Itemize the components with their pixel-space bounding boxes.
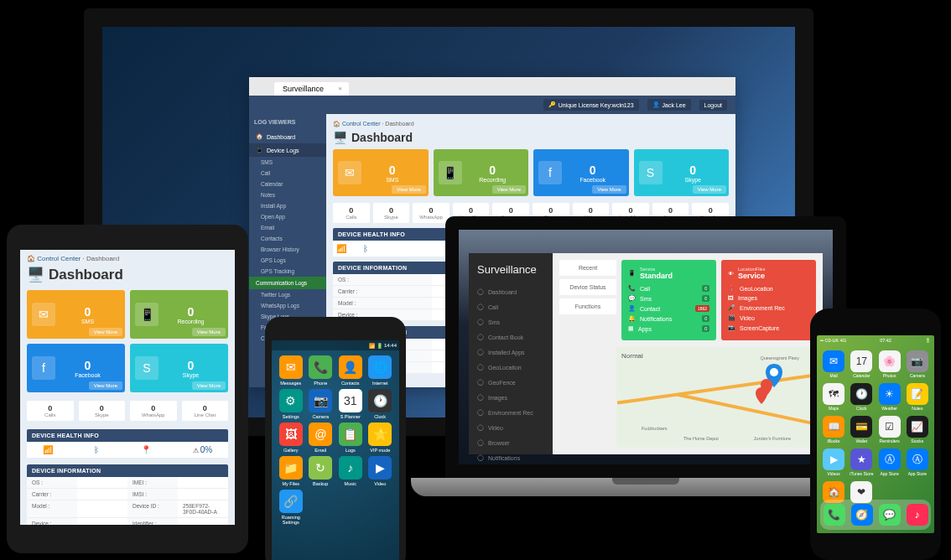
metric-tile[interactable]: 0Skype <box>79 401 126 421</box>
breadcrumb-home[interactable]: Control Center <box>37 255 81 262</box>
card-sms[interactable]: ✉0SMSView More <box>333 149 429 196</box>
app-phone[interactable]: 📞Phone <box>307 355 335 386</box>
app-mail[interactable]: ✉Mail <box>821 350 846 378</box>
app-appstore-2[interactable]: ⒶApp Store <box>905 449 930 476</box>
nav-item[interactable]: ◯ GeoLocation <box>469 360 553 375</box>
app-logs[interactable]: 📋Logs <box>336 423 365 453</box>
app-ibooks[interactable]: 📖iBooks <box>821 416 846 443</box>
nav-item[interactable]: ◯ Notifications <box>469 450 553 465</box>
app-gallery[interactable]: 🖼Gallery <box>277 423 305 453</box>
app-vipmode[interactable]: ⭐VIP mode <box>366 423 395 453</box>
view-more-button[interactable]: View More <box>192 381 226 390</box>
sidebar-comm-heading[interactable]: Communication Logs <box>249 277 326 289</box>
app-settings[interactable]: ⚙Settings <box>277 389 305 419</box>
app-clock[interactable]: 🕐Clock <box>849 383 874 411</box>
app-email[interactable]: @Email <box>307 423 335 453</box>
tab-close-icon[interactable]: × <box>338 85 342 92</box>
sidebar-sub[interactable]: Call <box>249 168 326 179</box>
sidebar-dashboard[interactable]: 🏠 Dashboard <box>249 130 326 143</box>
map-view[interactable]: Normal Fuddruckers The Home Depot Queens… <box>616 347 816 448</box>
app-internet[interactable]: 🌐Internet <box>366 355 395 386</box>
sidebar-sub[interactable]: Open App <box>249 211 326 222</box>
card-recording[interactable]: 📱0RecordingView More <box>434 149 529 196</box>
app-camera[interactable]: 📷Camera <box>905 350 930 378</box>
dock-safari[interactable]: 🧭 <box>851 504 873 526</box>
app-photos[interactable]: 🌸Photos <box>877 350 902 378</box>
app-contacts[interactable]: 👤Contacts <box>336 355 365 386</box>
app-planner[interactable]: 31S Planner <box>336 389 365 419</box>
app-clock[interactable]: 🕐Clock <box>366 389 395 419</box>
app-music[interactable]: ♪Music <box>336 456 365 486</box>
tab-functions[interactable]: Functions <box>559 298 616 314</box>
dock-phone[interactable]: 📞 <box>824 504 845 526</box>
app-backup[interactable]: ↻Backup <box>307 456 335 486</box>
app-messages[interactable]: ✉Messages <box>277 355 305 386</box>
app-video[interactable]: ▶Video <box>366 456 395 486</box>
metric-tile[interactable]: 0Calls <box>333 203 370 223</box>
sidebar-sub[interactable]: Browser History <box>249 244 326 255</box>
browser-tab[interactable]: Surveillance × <box>274 82 349 96</box>
sidebar-sub[interactable]: Email <box>249 222 326 233</box>
card-skype[interactable]: S0SkypeView More <box>130 344 228 392</box>
nav-item[interactable]: ◯ Installed Apps <box>469 345 553 360</box>
app-itunes[interactable]: ★iTunes Store <box>849 449 874 476</box>
sidebar-sub[interactable]: GPS Logs <box>249 255 326 266</box>
app-reminders[interactable]: ☑Reminders <box>877 416 902 443</box>
metric-tile[interactable]: 0WhatsApp <box>130 401 177 421</box>
card-sms[interactable]: ✉0SMSView More <box>27 290 125 339</box>
dock-messages[interactable]: 💬 <box>879 504 901 526</box>
sidebar-sub[interactable]: WhatsApp Logs <box>249 300 326 311</box>
sidebar-sub[interactable]: Notes <box>249 189 326 200</box>
card-facebook[interactable]: f0FacebookView More <box>27 344 125 392</box>
panel-row[interactable]: 👤 Contact1862 <box>628 303 709 314</box>
nav-item[interactable]: ◯ GeoFence <box>469 375 553 390</box>
panel-row[interactable]: 📷 ScreenCapture <box>728 323 809 333</box>
metric-tile[interactable]: 0Skype <box>373 203 410 223</box>
card-facebook[interactable]: f0FacebookView More <box>533 149 629 196</box>
panel-row[interactable]: 📍 GeoLocation <box>728 283 809 293</box>
app-roaming[interactable]: 🔗Roaming Settings <box>277 490 305 525</box>
app-maps[interactable]: 🗺Maps <box>821 383 846 411</box>
panel-row[interactable]: 🔔 Notifications0 <box>628 314 709 324</box>
nav-item[interactable]: ◯ Call <box>469 299 553 314</box>
metric-tile[interactable]: 0Line Chat <box>182 401 229 421</box>
view-more-button[interactable]: View More <box>392 185 425 194</box>
panel-row[interactable]: 📞 Call0 <box>628 283 709 293</box>
nav-item[interactable]: ◯ Images <box>469 390 553 405</box>
app-calendar[interactable]: 17Calendar <box>849 350 874 378</box>
sidebar-sub[interactable]: Install App <box>249 200 326 211</box>
nav-item[interactable]: ◯ Sms <box>469 314 553 329</box>
app-videos[interactable]: ▶Videos <box>821 449 846 476</box>
breadcrumb-home[interactable]: Control Center <box>342 121 381 127</box>
panel-row[interactable]: 🎬 Video <box>728 313 809 323</box>
nav-item[interactable]: ◯ Dashboard <box>469 284 553 299</box>
view-more-button[interactable]: View More <box>693 185 726 194</box>
nav-item[interactable]: ◯ Environment Rec <box>469 405 553 420</box>
view-more-button[interactable]: View More <box>192 328 226 336</box>
view-more-button[interactable]: View More <box>89 381 122 390</box>
tab-recent[interactable]: Recent <box>559 260 616 276</box>
sidebar-sub[interactable]: Contacts <box>249 233 326 244</box>
app-camera[interactable]: 📷Camera <box>307 389 335 419</box>
panel-row[interactable]: 💬 Sms0 <box>628 293 709 303</box>
app-weather[interactable]: ☀Weather <box>877 383 902 411</box>
panel-row[interactable]: 🎤 Environment Rec <box>728 303 809 313</box>
dock-music[interactable]: ♪ <box>907 504 928 526</box>
sidebar-sub[interactable]: SMS <box>249 157 326 168</box>
app-appstore[interactable]: ⒶApp Store <box>877 449 902 476</box>
view-more-button[interactable]: View More <box>89 328 122 336</box>
view-more-button[interactable]: View More <box>592 185 626 194</box>
card-recording[interactable]: 📱0RecordingView More <box>130 290 228 339</box>
user-menu[interactable]: 👤 Jack Lee <box>647 99 691 111</box>
panel-row[interactable]: 🖼 Images <box>728 293 809 303</box>
card-skype[interactable]: S0SkypeView More <box>634 149 730 196</box>
metric-tile[interactable]: 0Calls <box>27 401 74 421</box>
sidebar-sub[interactable]: Calendar <box>249 179 326 189</box>
view-more-button[interactable]: View More <box>492 185 526 194</box>
app-myfiles[interactable]: 📁My Files <box>277 456 305 486</box>
app-notes[interactable]: 📝Notes <box>905 383 930 411</box>
app-wallet[interactable]: 💳Wallet <box>849 416 874 443</box>
tab-device-status[interactable]: Device Status <box>559 279 616 295</box>
sidebar-sub[interactable]: Twitter Logs <box>249 289 326 300</box>
nav-item[interactable]: ◯ Browser <box>469 435 553 450</box>
